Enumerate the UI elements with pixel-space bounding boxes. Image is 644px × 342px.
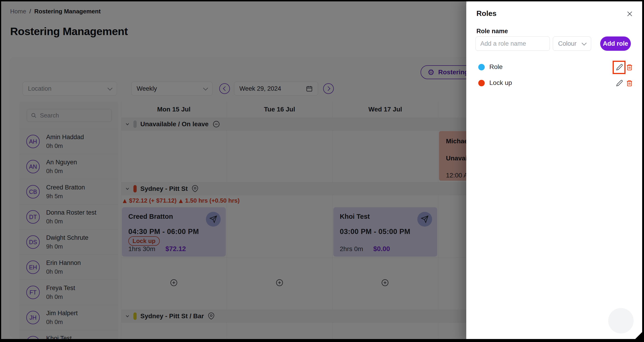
role-color-dot — [478, 80, 485, 86]
role-name: Role — [489, 63, 503, 70]
edit-role-button[interactable] — [616, 80, 623, 86]
add-role-button[interactable]: Add role — [600, 36, 631, 51]
role-name: Lock up — [489, 79, 512, 86]
floating-widget-button[interactable] — [608, 308, 634, 334]
screenshot-frame — [0, 0, 644, 2]
close-panel-button[interactable] — [626, 10, 634, 18]
screenshot-frame — [642, 0, 644, 342]
screenshot-frame — [0, 339, 644, 342]
roles-panel: Roles Role name Colour Add role Role Loc… — [466, 0, 642, 342]
cursor-artifact — [635, 332, 642, 339]
role-name-input[interactable] — [476, 36, 550, 51]
modal-dim-overlay — [0, 0, 466, 342]
delete-role-button[interactable] — [626, 80, 633, 86]
colour-select[interactable]: Colour — [553, 36, 591, 51]
role-row: Role — [466, 59, 642, 75]
pencil-icon — [616, 80, 623, 86]
close-icon — [626, 10, 634, 18]
roles-panel-title: Roles — [476, 9, 496, 18]
role-name-label: Role name — [476, 28, 508, 35]
screenshot-frame — [0, 0, 1, 342]
trash-icon — [626, 64, 633, 70]
delete-role-button[interactable] — [626, 64, 633, 70]
annotation-highlight-box — [612, 61, 626, 74]
trash-icon — [626, 80, 633, 86]
role-row: Lock up — [466, 75, 642, 91]
colour-select-value: Colour — [558, 40, 582, 47]
chevron-down-icon — [582, 40, 586, 45]
role-color-dot — [478, 64, 485, 70]
